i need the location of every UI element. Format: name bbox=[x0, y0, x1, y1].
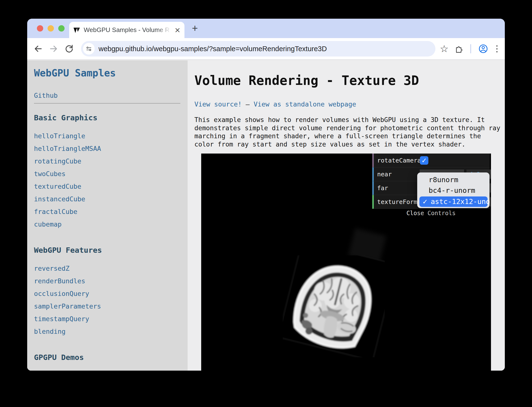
section-links-basic-graphics: helloTrianglehelloTriangleMSAArotatingCu… bbox=[34, 122, 180, 246]
active-tab[interactable]: WebGPU Samples - Volume R × bbox=[69, 22, 184, 38]
sidebar-sample-link[interactable]: rotatingCube bbox=[34, 158, 180, 165]
near-label: near bbox=[377, 171, 392, 178]
github-link[interactable]: Github bbox=[34, 92, 180, 99]
url-text: webgpu.github.io/webgpu-samples/?sample=… bbox=[99, 45, 327, 53]
sidebar-sample-link[interactable]: timestampQuery bbox=[34, 316, 180, 322]
toolbar-actions: ☆ bbox=[440, 44, 499, 54]
close-window-button[interactable] bbox=[37, 25, 43, 32]
section-heading-gpgpu-demos: GPGPU Demos bbox=[34, 353, 180, 362]
sidebar-sample-link[interactable]: reversedZ bbox=[34, 265, 180, 272]
url-bar[interactable]: webgpu.github.io/webgpu-samples/?sample=… bbox=[81, 41, 435, 57]
rotate-camera-label: rotateCamera bbox=[377, 157, 421, 164]
window-controls bbox=[37, 25, 65, 32]
new-tab-button[interactable]: + bbox=[190, 24, 200, 33]
dropdown-option[interactable]: ✓ bc4-r-unorm bbox=[417, 185, 490, 196]
dropdown-option-label: r8unorm bbox=[429, 176, 458, 184]
sidebar-sample-link[interactable]: samplerParameters bbox=[34, 303, 180, 310]
browser-toolbar: webgpu.github.io/webgpu-samples/?sample=… bbox=[27, 38, 505, 60]
back-icon[interactable] bbox=[33, 44, 43, 53]
close-controls-button[interactable]: Close Controls bbox=[372, 209, 490, 218]
screenshot-stage: WebGPU Samples - Volume R × + bbox=[0, 0, 532, 407]
dropdown-option[interactable]: ✓ r8unorm bbox=[417, 174, 490, 185]
link-separator: — bbox=[246, 100, 249, 108]
close-tab-icon[interactable]: × bbox=[175, 26, 181, 34]
standalone-link[interactable]: View as standalone webpage bbox=[254, 100, 356, 108]
sidebar-sample-link[interactable]: renderBundles bbox=[34, 278, 180, 285]
webgpu-favicon-icon bbox=[73, 26, 80, 34]
menu-icon[interactable] bbox=[495, 44, 499, 53]
profile-icon[interactable] bbox=[478, 44, 488, 54]
sidebar-sample-link[interactable]: helloTriangle bbox=[34, 133, 180, 139]
brain-mri-render bbox=[283, 255, 385, 357]
gui-row-rotate-camera: rotateCamera ✓ bbox=[372, 154, 490, 167]
far-label: far bbox=[377, 185, 388, 192]
browser-window: WebGPU Samples - Volume R × + bbox=[27, 19, 505, 371]
sidebar-sample-link[interactable]: cubemap bbox=[34, 221, 180, 228]
view-source-link[interactable]: View source! bbox=[194, 100, 242, 108]
zoom-window-button[interactable] bbox=[58, 25, 65, 32]
extensions-icon[interactable] bbox=[454, 44, 463, 53]
site-info-icon[interactable] bbox=[83, 43, 95, 55]
sidebar-sample-link[interactable]: twoCubes bbox=[34, 171, 180, 177]
sidebar-sample-link[interactable]: instancedCube bbox=[34, 196, 180, 203]
section-heading-webgpu-features: WebGPU Features bbox=[34, 246, 180, 254]
rotate-camera-checkbox[interactable]: ✓ bbox=[420, 156, 428, 165]
sidebar-sample-link[interactable]: occlusionQuery bbox=[34, 290, 180, 297]
dropdown-option[interactable]: ✓ astc-12x12-unorm bbox=[419, 196, 488, 207]
sidebar-sample-link[interactable]: helloTriangleMSAA bbox=[34, 145, 180, 152]
bookmark-star-icon[interactable]: ☆ bbox=[440, 44, 449, 54]
selected-check-icon: ✓ bbox=[422, 196, 428, 207]
dropdown-option-label: bc4-r-unorm bbox=[429, 186, 475, 195]
sidebar-sample-link[interactable]: blending bbox=[34, 328, 180, 335]
dropdown-option-label: astc-12x12-unorm bbox=[431, 196, 491, 207]
sidebar-sample-link[interactable]: fractalCube bbox=[34, 208, 180, 215]
page-content: WebGPU Samples Github Basic Graphics hel… bbox=[27, 60, 505, 371]
section-heading-basic-graphics: Basic Graphics bbox=[34, 113, 180, 122]
forward-icon[interactable] bbox=[49, 44, 58, 53]
reload-icon[interactable] bbox=[65, 44, 74, 53]
minimize-window-button[interactable] bbox=[48, 25, 54, 32]
tab-title: WebGPU Samples - Volume R bbox=[84, 26, 173, 34]
texture-format-dropdown: ✓ r8unorm ✓ bc4-r-unorm ✓ astc-12x bbox=[417, 172, 490, 208]
page-title: Volume Rendering - Texture 3D bbox=[194, 73, 505, 88]
toolbar-divider bbox=[470, 44, 471, 53]
sample-description: This example shows how to render volumes… bbox=[194, 116, 502, 148]
sidebar-sample-link[interactable]: texturedCube bbox=[34, 183, 180, 190]
sidebar-divider bbox=[34, 103, 180, 104]
sidebar-title: WebGPU Samples bbox=[34, 68, 180, 78]
samples-sidebar: WebGPU Samples Github Basic Graphics hel… bbox=[27, 60, 188, 371]
section-links-webgpu-features: reversedZrenderBundlesocclusionQuerysamp… bbox=[34, 254, 180, 353]
webgpu-canvas[interactable]: rotateCamera ✓ near 4.3 far bbox=[201, 154, 491, 371]
source-links: View source! — View as standalone webpag… bbox=[194, 101, 505, 108]
section-links-gpgpu-demos: computeBoids bbox=[34, 362, 180, 371]
sample-main: Volume Rendering - Texture 3D View sourc… bbox=[188, 60, 505, 371]
tab-strip: WebGPU Samples - Volume R × + bbox=[27, 19, 505, 38]
